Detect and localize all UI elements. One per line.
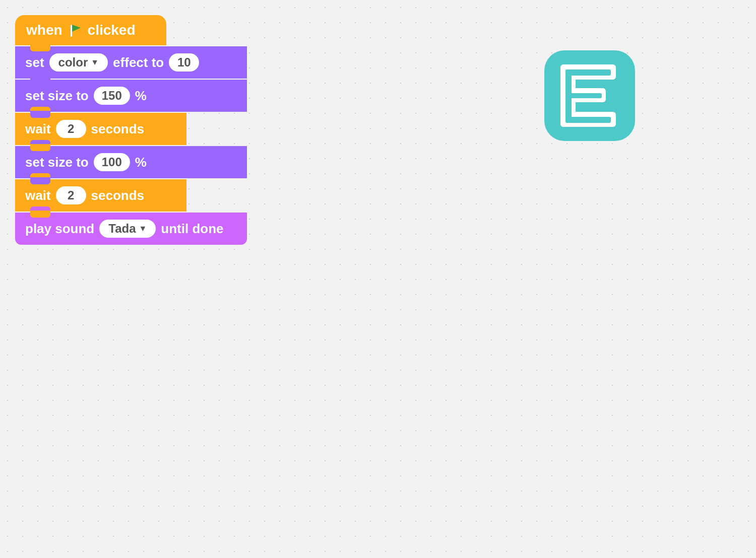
sprite-e-icon [534, 40, 645, 151]
wait-1-before-label: wait [25, 121, 51, 137]
wait-2-before-label: wait [25, 188, 51, 203]
wait-1-value[interactable]: 2 [56, 120, 86, 138]
play-sound-after-label: until done [161, 221, 223, 237]
color-dropdown[interactable]: color ▼ [49, 53, 108, 72]
block-play-sound[interactable]: play sound Tada ▼ until done [15, 213, 247, 245]
play-sound-before-label: play sound [25, 221, 94, 237]
color-effect-value[interactable]: 10 [169, 53, 199, 72]
wait-2-value[interactable]: 2 [56, 186, 86, 204]
sprite-container [534, 40, 645, 153]
svg-rect-10 [565, 117, 611, 123]
sound-dropdown-arrow: ▼ [139, 224, 147, 233]
percent-100-label: % [135, 155, 147, 170]
svg-rect-9 [565, 93, 602, 98]
set-size-100-label: set size to [25, 155, 89, 170]
wait-2-after-label: seconds [91, 188, 145, 203]
svg-marker-1 [72, 25, 81, 32]
block-set-size-150[interactable]: set size to 150 % [15, 80, 247, 112]
color-dropdown-arrow: ▼ [91, 58, 99, 67]
block-set-size-100[interactable]: set size to 100 % [15, 146, 247, 178]
block-set-color-effect[interactable]: set color ▼ effect to 10 [15, 46, 247, 79]
when-label: when [26, 22, 62, 38]
set-size-150-label: set size to [25, 88, 89, 104]
sound-dropdown[interactable]: Tada ▼ [99, 220, 156, 238]
clicked-label: clicked [88, 22, 136, 38]
size-100-value[interactable]: 100 [94, 153, 130, 171]
block-when-clicked[interactable]: when clicked [15, 15, 166, 45]
flag-icon [68, 23, 83, 38]
svg-rect-8 [565, 69, 611, 76]
set-label: set [25, 55, 44, 71]
blocks-stack: when clicked set color ▼ effect to 10 se… [15, 15, 247, 245]
percent-150-label: % [135, 88, 147, 104]
wait-1-after-label: seconds [91, 121, 145, 137]
svg-rect-0 [71, 25, 72, 37]
effect-label: effect to [113, 55, 164, 71]
size-150-value[interactable]: 150 [94, 87, 130, 105]
